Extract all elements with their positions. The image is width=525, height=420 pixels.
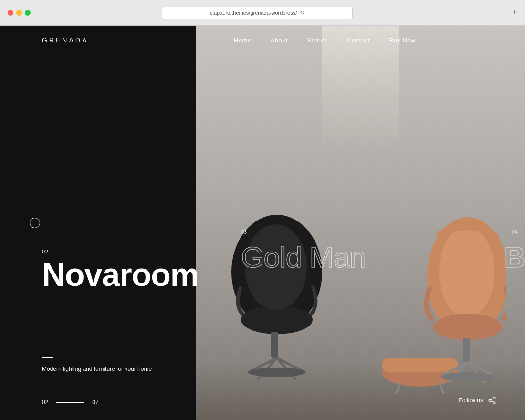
svg-line-26 (491, 399, 493, 400)
svg-point-8 (248, 368, 305, 377)
svg-point-24 (493, 402, 495, 404)
hero-subtitle: Modern lighting and furniture for your h… (42, 366, 152, 372)
slide-total: 07 (92, 399, 98, 406)
close-button[interactable] (8, 10, 13, 16)
share-icon[interactable] (488, 396, 496, 405)
slide-counter: 02 07 (42, 399, 99, 406)
refresh-icon[interactable]: ↻ (300, 10, 304, 16)
hero-title: Novaroom (42, 258, 199, 291)
svg-rect-3 (271, 332, 278, 358)
far-slide-number: 04 (512, 229, 518, 235)
svg-point-15 (433, 314, 502, 340)
right-panel: 03 Gold Man 04 Bor Follow us (196, 26, 525, 420)
navbar: GRENADA Home About Stories Contact Buy N… (0, 26, 525, 54)
new-tab-button[interactable]: + (512, 8, 517, 18)
far-slide-title: Bor (504, 242, 525, 272)
svg-point-14 (439, 227, 494, 317)
svg-point-23 (489, 399, 491, 402)
nav-home[interactable]: Home (234, 37, 252, 44)
brand-logo-area: GRENADA (0, 26, 196, 54)
svg-point-22 (493, 397, 495, 399)
traffic-lights (8, 10, 31, 16)
subtitle-dash (42, 357, 53, 358)
next-slide-number: 03 (241, 229, 247, 235)
nav-about[interactable]: About (271, 37, 288, 44)
browser-chrome: clapat.ro/themes/grenada-wordpress/ ↻ + (0, 0, 525, 26)
nav-links: Home About Stories Contact Buy Now (196, 26, 444, 54)
slide-current: 02 (42, 399, 48, 406)
website-content: GRENADA Home About Stories Contact Buy N… (0, 26, 525, 420)
next-slide-title: Gold Man (241, 242, 366, 272)
url-text: clapat.ro/themes/grenada-wordpress/ (210, 10, 297, 16)
nav-contact[interactable]: Contact (347, 37, 370, 44)
svg-rect-16 (463, 338, 470, 363)
follow-us-link[interactable]: Follow us (459, 396, 496, 405)
current-slide-number: 02 (42, 249, 49, 254)
address-bar[interactable]: clapat.ro/themes/grenada-wordpress/ ↻ (162, 7, 353, 19)
follow-us-label: Follow us (459, 397, 483, 404)
svg-line-25 (491, 401, 493, 402)
minimize-button[interactable] (16, 10, 22, 16)
slide-progress-bar (56, 402, 84, 403)
left-panel: 02 Novaroom Modern lighting and furnitur… (0, 26, 196, 420)
nav-buy-now[interactable]: Buy Now (389, 37, 416, 44)
brand-logo-text[interactable]: GRENADA (42, 36, 88, 44)
circle-indicator-icon (30, 218, 40, 228)
black-chair (220, 210, 334, 382)
svg-point-21 (441, 372, 494, 382)
svg-rect-10 (382, 358, 458, 372)
maximize-button[interactable] (25, 10, 31, 16)
tan-chair (372, 210, 506, 401)
nav-stories[interactable]: Stories (307, 37, 328, 44)
